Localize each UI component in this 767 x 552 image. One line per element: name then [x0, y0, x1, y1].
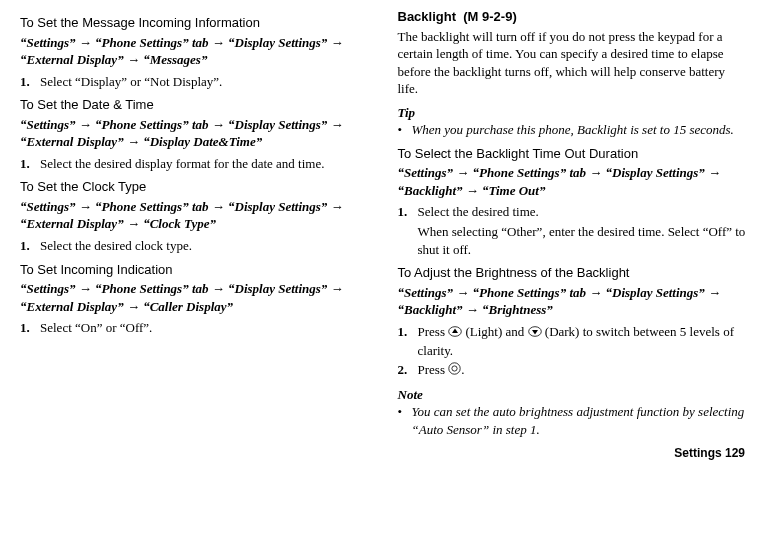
bullet-dot: •: [398, 121, 412, 139]
step-text-post: .: [461, 362, 464, 377]
backlight-heading-line: Backlight (M 9-2-9): [398, 8, 748, 26]
down-key-icon: [528, 324, 542, 342]
step-number: 2.: [398, 361, 418, 380]
step-text: Select the desired clock type.: [40, 237, 370, 255]
svg-point-5: [452, 366, 457, 371]
step-number: 1.: [398, 203, 418, 221]
svg-point-4: [449, 363, 460, 374]
step-row: 1. Select the desired clock type.: [20, 237, 370, 255]
step-number: 1.: [20, 319, 40, 337]
section-title: To Set Incoming Indication: [20, 261, 370, 279]
step-number: 1.: [20, 155, 40, 173]
step-number: 1.: [398, 323, 418, 359]
paragraph: The backlight will turn off if you do no…: [398, 28, 748, 98]
nav-path: “Settings” → “Phone Settings” tab → “Dis…: [398, 284, 748, 319]
step-text-mid: (Light) and: [462, 324, 527, 339]
step-row: 1. Select “Display” or “Not Display”.: [20, 73, 370, 91]
step-row: 1. Select the desired display format for…: [20, 155, 370, 173]
section-title: To Set the Clock Type: [20, 178, 370, 196]
nav-path: “Settings” → “Phone Settings” tab → “Dis…: [398, 164, 748, 199]
center-key-icon: [448, 362, 461, 380]
step-text: Press .: [418, 361, 748, 380]
step-row: 1. Select the desired time.: [398, 203, 748, 221]
section-title: To Set the Message Incoming Information: [20, 14, 370, 32]
note-text: You can set the auto brightness adjustme…: [412, 403, 748, 438]
step-subtext: When selecting “Other”, enter the desire…: [418, 223, 748, 258]
svg-marker-3: [532, 330, 538, 335]
up-key-icon: [448, 324, 462, 342]
svg-marker-1: [452, 328, 458, 333]
step-text: Press (Light) and (Dark) to switch betwe…: [418, 323, 748, 359]
tip-text: When you purchase this phone, Backlight …: [412, 121, 734, 139]
step-text: Select the desired time.: [418, 203, 748, 221]
step-row: 1. Press (Light) and (Dark) to switch be…: [398, 323, 748, 359]
step-text: Select “On” or “Off”.: [40, 319, 370, 337]
nav-path: “Settings” → “Phone Settings” tab → “Dis…: [20, 280, 370, 315]
menu-code: (M 9-2-9): [463, 9, 516, 24]
step-text-pre: Press: [418, 362, 449, 377]
tip-label: Tip: [398, 104, 748, 122]
step-text: Select the desired display format for th…: [40, 155, 370, 173]
section-title: To Adjust the Brightness of the Backligh…: [398, 264, 748, 282]
bullet-dot: •: [398, 403, 412, 438]
note-bullet: • You can set the auto brightness adjust…: [398, 403, 748, 438]
tip-bullet: • When you purchase this phone, Backligh…: [398, 121, 748, 139]
nav-path: “Settings” → “Phone Settings” tab → “Dis…: [20, 34, 370, 69]
page-footer: Settings 129: [0, 439, 767, 461]
step-number: 1.: [20, 73, 40, 91]
nav-path: “Settings” → “Phone Settings” tab → “Dis…: [20, 198, 370, 233]
section-title: To Set the Date & Time: [20, 96, 370, 114]
right-column: Backlight (M 9-2-9) The backlight will t…: [398, 8, 748, 439]
nav-path: “Settings” → “Phone Settings” tab → “Dis…: [20, 116, 370, 151]
note-label: Note: [398, 386, 748, 404]
section-title: To Select the Backlight Time Out Duratio…: [398, 145, 748, 163]
step-row: 1. Select “On” or “Off”.: [20, 319, 370, 337]
step-text: Select “Display” or “Not Display”.: [40, 73, 370, 91]
step-number: 1.: [20, 237, 40, 255]
step-row: 2. Press .: [398, 361, 748, 380]
page-columns: To Set the Message Incoming Information …: [0, 0, 767, 439]
left-column: To Set the Message Incoming Information …: [20, 8, 370, 439]
step-text-pre: Press: [418, 324, 449, 339]
section-title-bold: Backlight: [398, 9, 457, 24]
